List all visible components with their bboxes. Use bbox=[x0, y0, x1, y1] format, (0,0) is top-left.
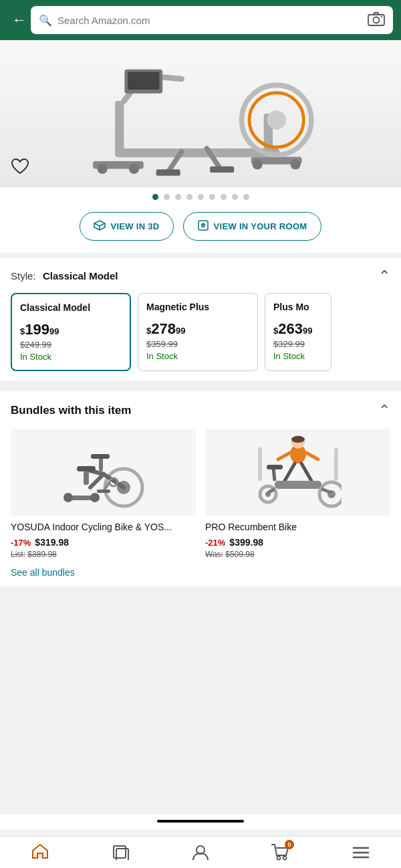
svg-rect-36 bbox=[97, 490, 110, 493]
price-dollar-plus: $ bbox=[273, 326, 278, 336]
section-divider-2 bbox=[0, 381, 401, 386]
search-box[interactable]: 🔍 bbox=[31, 6, 393, 34]
model-cards-container: Classical Model $ 199 99 $249.99 In Stoc… bbox=[11, 293, 390, 381]
svg-line-28 bbox=[90, 474, 104, 487]
svg-rect-15 bbox=[156, 169, 180, 175]
price-dollar-classical: $ bbox=[20, 326, 25, 336]
svg-line-53 bbox=[321, 489, 331, 493]
svg-point-39 bbox=[90, 493, 100, 502]
bundle-was-label-1: List: bbox=[11, 550, 25, 559]
model-price-plus: $ 263 99 bbox=[273, 320, 323, 338]
model-name-plus: Plus Mo bbox=[273, 302, 323, 312]
bundle-card-2[interactable]: PRO Recumbent Bike -21% $399.98 Was: $50… bbox=[205, 429, 390, 559]
price-original-plus: $329.99 bbox=[273, 339, 323, 349]
svg-rect-33 bbox=[91, 454, 110, 459]
bundle-name-2: PRO Recumbent Bike bbox=[205, 521, 390, 533]
svg-rect-57 bbox=[334, 447, 338, 481]
dot-1[interactable] bbox=[152, 194, 158, 200]
price-cents-magnetic: 99 bbox=[176, 326, 185, 336]
price-cents-classical: 99 bbox=[49, 326, 59, 336]
svg-rect-55 bbox=[267, 465, 283, 469]
svg-line-45 bbox=[285, 463, 295, 481]
bundle-discount-2: -21% bbox=[205, 538, 225, 548]
bundles-title: Bundles with this item bbox=[11, 404, 131, 417]
dot-4[interactable] bbox=[186, 194, 192, 200]
stock-classical: In Stock bbox=[20, 352, 122, 362]
dot-3[interactable] bbox=[175, 194, 181, 200]
svg-point-22 bbox=[291, 159, 301, 169]
header: ← 🔍 bbox=[0, 0, 401, 40]
stock-plus: In Stock bbox=[273, 351, 323, 361]
bundle-was-price-2: $509.98 bbox=[225, 550, 254, 559]
back-button[interactable]: ← bbox=[8, 11, 31, 29]
svg-point-10 bbox=[267, 110, 285, 129]
model-card-classical[interactable]: Classical Model $ 199 99 $249.99 In Stoc… bbox=[11, 293, 131, 371]
model-card-plus[interactable]: Plus Mo $ 263 99 $329.99 In Stock bbox=[265, 293, 331, 371]
svg-point-19 bbox=[98, 164, 108, 174]
view-3d-label: VIEW IN 3D bbox=[110, 221, 159, 231]
image-dots bbox=[0, 187, 401, 208]
wishlist-button[interactable] bbox=[11, 158, 29, 179]
svg-rect-30 bbox=[77, 466, 96, 471]
style-section: Style: Classical Model ⌃ Classical Model… bbox=[0, 258, 401, 381]
svg-line-52 bbox=[268, 489, 275, 493]
price-cents-plus: 99 bbox=[303, 326, 312, 336]
svg-rect-18 bbox=[128, 72, 159, 90]
view-3d-icon bbox=[94, 220, 106, 233]
svg-rect-47 bbox=[275, 481, 321, 489]
bundle-price-1: $319.98 bbox=[35, 537, 69, 548]
bundle-discount-1: -17% bbox=[11, 538, 31, 548]
svg-line-43 bbox=[278, 453, 290, 459]
product-image-area bbox=[0, 40, 401, 187]
style-label-row: Style: Classical Model bbox=[11, 270, 118, 282]
view-buttons-container: VIEW IN 3D VIEW IN YOUR ROOM bbox=[0, 208, 401, 253]
dot-9[interactable] bbox=[243, 194, 249, 200]
bundle-image-2 bbox=[205, 429, 390, 516]
svg-point-1 bbox=[374, 17, 380, 23]
price-main-classical: 199 bbox=[25, 321, 49, 338]
see-all-bundles-button[interactable]: See all bundles bbox=[11, 567, 75, 578]
view-room-button[interactable]: VIEW IN YOUR ROOM bbox=[183, 212, 321, 241]
svg-rect-16 bbox=[210, 167, 234, 173]
dot-8[interactable] bbox=[232, 194, 238, 200]
section-divider-1 bbox=[0, 253, 401, 258]
price-dollar-magnetic: $ bbox=[146, 326, 151, 336]
dot-6[interactable] bbox=[209, 194, 215, 200]
price-original-magnetic: $359.99 bbox=[146, 339, 249, 349]
camera-icon[interactable] bbox=[368, 11, 385, 29]
svg-line-46 bbox=[301, 463, 311, 481]
style-prefix: Style: bbox=[11, 270, 36, 282]
bundle-was-1: List: $389.98 bbox=[11, 550, 196, 559]
product-image bbox=[0, 40, 401, 187]
svg-line-44 bbox=[306, 453, 318, 459]
svg-rect-31 bbox=[84, 471, 89, 485]
bundle-cards-container: YOSUDA Indoor Cycling Bike & YOS... -17%… bbox=[11, 429, 390, 559]
search-input[interactable] bbox=[57, 15, 362, 26]
bundles-section: Bundles with this item ⌃ bbox=[0, 391, 401, 586]
dot-2[interactable] bbox=[164, 194, 170, 200]
bundle-name-1: YOSUDA Indoor Cycling Bike & YOS... bbox=[11, 521, 196, 533]
model-card-magnetic[interactable]: Magnetic Plus $ 278 99 $359.99 In Stock bbox=[138, 293, 258, 371]
bundle-card-1[interactable]: YOSUDA Indoor Cycling Bike & YOS... -17%… bbox=[11, 429, 196, 559]
price-main-plus: 263 bbox=[278, 320, 303, 338]
bundles-chevron-icon[interactable]: ⌃ bbox=[378, 402, 390, 419]
dot-7[interactable] bbox=[221, 194, 227, 200]
search-icon: 🔍 bbox=[39, 14, 52, 27]
bundles-header: Bundles with this item ⌃ bbox=[11, 402, 390, 419]
svg-point-20 bbox=[129, 164, 139, 174]
bundle-was-label-2: Was: bbox=[205, 550, 223, 559]
view-room-icon bbox=[197, 219, 209, 233]
bundle-was-price-1: $389.98 bbox=[27, 550, 56, 559]
view-3d-button[interactable]: VIEW IN 3D bbox=[80, 212, 173, 241]
svg-point-2 bbox=[381, 16, 382, 17]
style-chevron-icon[interactable]: ⌃ bbox=[378, 267, 390, 285]
bundle-price-2: $399.98 bbox=[229, 537, 263, 548]
model-name-magnetic: Magnetic Plus bbox=[146, 302, 249, 312]
view-room-label: VIEW IN YOUR ROOM bbox=[214, 221, 307, 231]
svg-point-38 bbox=[63, 493, 73, 502]
svg-rect-56 bbox=[258, 447, 262, 481]
dot-5[interactable] bbox=[198, 194, 204, 200]
svg-point-21 bbox=[253, 159, 263, 169]
bundle-image-1 bbox=[11, 429, 196, 516]
stock-magnetic: In Stock bbox=[146, 351, 249, 361]
